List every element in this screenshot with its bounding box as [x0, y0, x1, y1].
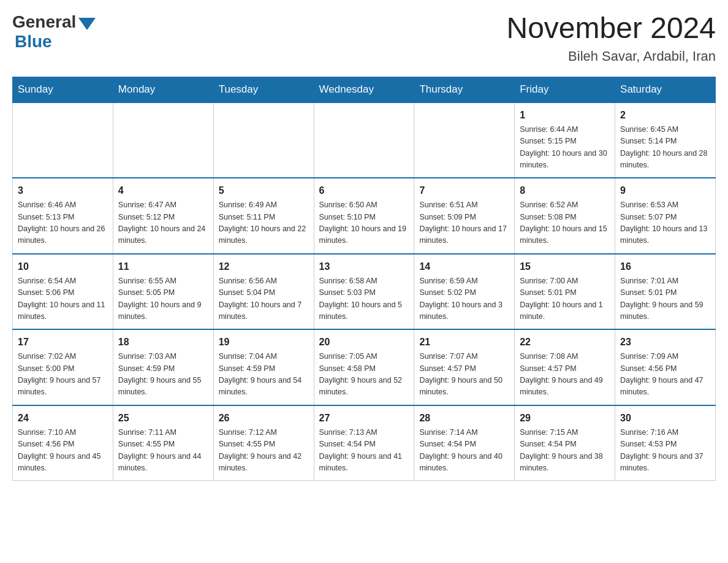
calendar-cell: 10Sunrise: 6:54 AMSunset: 5:06 PMDayligh…: [13, 254, 113, 330]
calendar-cell: 5Sunrise: 6:49 AMSunset: 5:11 PMDaylight…: [213, 178, 314, 254]
logo: General Blue: [12, 12, 96, 52]
calendar-row-4: 17Sunrise: 7:02 AMSunset: 5:00 PMDayligh…: [13, 329, 716, 405]
calendar-cell: 19Sunrise: 7:04 AMSunset: 4:59 PMDayligh…: [213, 329, 314, 405]
day-number: 12: [219, 259, 309, 274]
calendar-cell: 2Sunrise: 6:45 AMSunset: 5:14 PMDaylight…: [615, 102, 716, 178]
day-info: Sunrise: 6:46 AMSunset: 5:13 PMDaylight:…: [18, 199, 108, 247]
day-number: 24: [18, 411, 108, 426]
calendar-cell: 21Sunrise: 7:07 AMSunset: 4:57 PMDayligh…: [414, 329, 515, 405]
calendar-cell: 3Sunrise: 6:46 AMSunset: 5:13 PMDaylight…: [13, 178, 113, 254]
day-number: 13: [319, 259, 409, 274]
day-number: 29: [520, 411, 610, 426]
weekday-header-tuesday: Tuesday: [213, 77, 314, 102]
calendar-cell: 18Sunrise: 7:03 AMSunset: 4:59 PMDayligh…: [113, 329, 213, 405]
calendar-cell: 16Sunrise: 7:01 AMSunset: 5:01 PMDayligh…: [615, 254, 716, 330]
day-info: Sunrise: 6:56 AMSunset: 5:04 PMDaylight:…: [219, 275, 309, 323]
day-number: 17: [18, 335, 108, 350]
calendar-cell: 17Sunrise: 7:02 AMSunset: 5:00 PMDayligh…: [13, 329, 113, 405]
day-number: 25: [118, 411, 208, 426]
day-number: 27: [319, 411, 409, 426]
day-number: 5: [219, 183, 309, 198]
day-number: 4: [118, 183, 208, 198]
weekday-header-saturday: Saturday: [615, 77, 716, 102]
day-info: Sunrise: 7:03 AMSunset: 4:59 PMDaylight:…: [118, 351, 208, 399]
day-number: 15: [520, 259, 610, 274]
month-title: November 2024: [506, 12, 716, 45]
day-info: Sunrise: 7:07 AMSunset: 4:57 PMDaylight:…: [419, 351, 509, 399]
day-number: 20: [319, 335, 409, 350]
calendar-cell: 6Sunrise: 6:50 AMSunset: 5:10 PMDaylight…: [314, 178, 414, 254]
calendar-cell: 1Sunrise: 6:44 AMSunset: 5:15 PMDaylight…: [515, 102, 615, 178]
calendar-cell: 25Sunrise: 7:11 AMSunset: 4:55 PMDayligh…: [113, 405, 213, 481]
day-info: Sunrise: 7:11 AMSunset: 4:55 PMDaylight:…: [118, 427, 208, 475]
location-title: Bileh Savar, Ardabil, Iran: [506, 48, 716, 64]
day-info: Sunrise: 7:08 AMSunset: 4:57 PMDaylight:…: [520, 351, 610, 399]
day-info: Sunrise: 6:55 AMSunset: 5:05 PMDaylight:…: [118, 275, 208, 323]
calendar-cell: 15Sunrise: 7:00 AMSunset: 5:01 PMDayligh…: [515, 254, 615, 330]
calendar-table: SundayMondayTuesdayWednesdayThursdayFrid…: [12, 77, 716, 481]
day-number: 6: [319, 183, 409, 198]
day-number: 22: [520, 335, 610, 350]
day-number: 16: [620, 259, 710, 274]
day-info: Sunrise: 7:10 AMSunset: 4:56 PMDaylight:…: [18, 427, 108, 475]
day-info: Sunrise: 7:04 AMSunset: 4:59 PMDaylight:…: [219, 351, 309, 399]
day-number: 26: [219, 411, 309, 426]
day-number: 1: [520, 108, 610, 123]
day-info: Sunrise: 7:00 AMSunset: 5:01 PMDaylight:…: [520, 275, 610, 323]
day-number: 14: [419, 259, 509, 274]
day-info: Sunrise: 6:49 AMSunset: 5:11 PMDaylight:…: [219, 199, 309, 247]
calendar-cell: [213, 102, 314, 178]
day-info: Sunrise: 6:50 AMSunset: 5:10 PMDaylight:…: [319, 199, 409, 247]
day-info: Sunrise: 7:16 AMSunset: 4:53 PMDaylight:…: [620, 427, 710, 475]
calendar-cell: 22Sunrise: 7:08 AMSunset: 4:57 PMDayligh…: [515, 329, 615, 405]
calendar-row-2: 3Sunrise: 6:46 AMSunset: 5:13 PMDaylight…: [13, 178, 716, 254]
calendar-cell: 28Sunrise: 7:14 AMSunset: 4:54 PMDayligh…: [414, 405, 515, 481]
day-info: Sunrise: 6:59 AMSunset: 5:02 PMDaylight:…: [419, 275, 509, 323]
calendar-cell: 13Sunrise: 6:58 AMSunset: 5:03 PMDayligh…: [314, 254, 414, 330]
day-info: Sunrise: 7:05 AMSunset: 4:58 PMDaylight:…: [319, 351, 409, 399]
calendar-row-5: 24Sunrise: 7:10 AMSunset: 4:56 PMDayligh…: [13, 405, 716, 481]
day-number: 30: [620, 411, 710, 426]
weekday-header-friday: Friday: [515, 77, 615, 102]
day-number: 3: [18, 183, 108, 198]
day-info: Sunrise: 6:51 AMSunset: 5:09 PMDaylight:…: [419, 199, 509, 247]
day-info: Sunrise: 6:54 AMSunset: 5:06 PMDaylight:…: [18, 275, 108, 323]
day-number: 9: [620, 183, 710, 198]
day-number: 18: [118, 335, 208, 350]
calendar-cell: 24Sunrise: 7:10 AMSunset: 4:56 PMDayligh…: [13, 405, 113, 481]
calendar-cell: [414, 102, 515, 178]
calendar-cell: 7Sunrise: 6:51 AMSunset: 5:09 PMDaylight…: [414, 178, 515, 254]
calendar-cell: 26Sunrise: 7:12 AMSunset: 4:55 PMDayligh…: [213, 405, 314, 481]
day-number: 10: [18, 259, 108, 274]
calendar-cell: 27Sunrise: 7:13 AMSunset: 4:54 PMDayligh…: [314, 405, 414, 481]
day-info: Sunrise: 6:44 AMSunset: 5:15 PMDaylight:…: [520, 124, 610, 172]
day-info: Sunrise: 7:12 AMSunset: 4:55 PMDaylight:…: [219, 427, 309, 475]
logo-general-text: General: [12, 12, 76, 32]
calendar-cell: [13, 102, 113, 178]
day-number: 19: [219, 335, 309, 350]
day-number: 23: [620, 335, 710, 350]
page-header: General Blue November 2024 Bileh Savar, …: [12, 12, 716, 64]
day-info: Sunrise: 7:15 AMSunset: 4:54 PMDaylight:…: [520, 427, 610, 475]
day-number: 2: [620, 108, 710, 123]
day-info: Sunrise: 6:47 AMSunset: 5:12 PMDaylight:…: [118, 199, 208, 247]
day-number: 11: [118, 259, 208, 274]
day-info: Sunrise: 6:53 AMSunset: 5:07 PMDaylight:…: [620, 199, 710, 247]
calendar-cell: 8Sunrise: 6:52 AMSunset: 5:08 PMDaylight…: [515, 178, 615, 254]
weekday-header-monday: Monday: [113, 77, 213, 102]
calendar-cell: 23Sunrise: 7:09 AMSunset: 4:56 PMDayligh…: [615, 329, 716, 405]
weekday-header-row: SundayMondayTuesdayWednesdayThursdayFrid…: [13, 77, 716, 102]
day-number: 28: [419, 411, 509, 426]
calendar-cell: 20Sunrise: 7:05 AMSunset: 4:58 PMDayligh…: [314, 329, 414, 405]
calendar-row-3: 10Sunrise: 6:54 AMSunset: 5:06 PMDayligh…: [13, 254, 716, 330]
day-number: 8: [520, 183, 610, 198]
day-info: Sunrise: 7:14 AMSunset: 4:54 PMDaylight:…: [419, 427, 509, 475]
calendar-cell: 29Sunrise: 7:15 AMSunset: 4:54 PMDayligh…: [515, 405, 615, 481]
calendar-row-1: 1Sunrise: 6:44 AMSunset: 5:15 PMDaylight…: [13, 102, 716, 178]
title-section: November 2024 Bileh Savar, Ardabil, Iran: [506, 12, 716, 64]
calendar-cell: [314, 102, 414, 178]
day-info: Sunrise: 7:02 AMSunset: 5:00 PMDaylight:…: [18, 351, 108, 399]
day-info: Sunrise: 6:58 AMSunset: 5:03 PMDaylight:…: [319, 275, 409, 323]
calendar-cell: [113, 102, 213, 178]
weekday-header-thursday: Thursday: [414, 77, 515, 102]
